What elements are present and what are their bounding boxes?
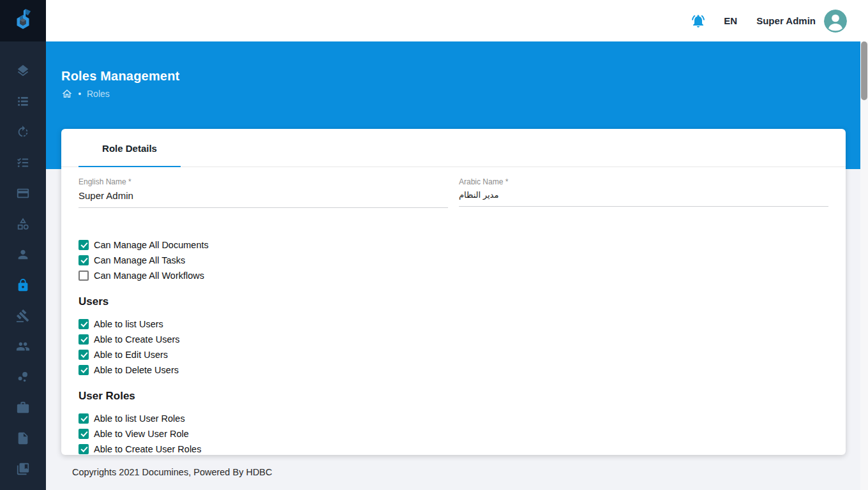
scrollbar-track[interactable] bbox=[860, 41, 868, 490]
sidebar-item-bookmarks[interactable] bbox=[0, 454, 46, 484]
copyright-text: Copyrights 2021 Documines, Powered By HD… bbox=[72, 467, 273, 477]
bookmark-icon bbox=[16, 462, 30, 476]
permission-row[interactable]: Can Manage All Workflows bbox=[79, 268, 828, 283]
avatar[interactable] bbox=[824, 10, 847, 33]
arabic-name-label: Arabic Name * bbox=[459, 177, 508, 186]
permission-row[interactable]: Able to Edit Users bbox=[79, 347, 828, 362]
checkbox-checked[interactable] bbox=[79, 365, 89, 375]
permission-row[interactable]: Able to list User Roles bbox=[79, 411, 828, 426]
permission-label: Can Manage All Tasks bbox=[94, 255, 185, 265]
sidebar bbox=[0, 0, 46, 490]
arabic-name-field: Arabic Name * bbox=[459, 175, 828, 208]
permission-sections: UsersAble to list UsersAble to Create Us… bbox=[79, 295, 828, 455]
language-selector[interactable]: EN bbox=[724, 15, 737, 26]
file-icon bbox=[16, 431, 30, 445]
lock-icon bbox=[16, 278, 30, 292]
main-content: Roles Management Roles Role Details Engl… bbox=[46, 41, 860, 490]
sidebar-item-documents[interactable] bbox=[0, 423, 46, 454]
checkbox-checked[interactable] bbox=[79, 240, 89, 250]
english-name-field: English Name * bbox=[79, 175, 448, 208]
permission-label: Able to Delete Users bbox=[94, 365, 179, 375]
sidebar-item-groups[interactable] bbox=[0, 331, 46, 362]
notifications-bell-icon bbox=[691, 13, 706, 29]
checkbox-unchecked[interactable] bbox=[79, 271, 89, 281]
app-logo[interactable] bbox=[0, 0, 46, 41]
breadcrumb-separator bbox=[79, 93, 81, 95]
scrollbar-thumb[interactable] bbox=[861, 41, 867, 100]
active-tab-indicator bbox=[79, 166, 181, 167]
category-icon bbox=[16, 217, 30, 231]
section-title: Users bbox=[79, 295, 828, 308]
checkbox-checked[interactable] bbox=[79, 444, 89, 454]
permission-label: Able to list User Roles bbox=[94, 413, 185, 424]
checkbox-checked[interactable] bbox=[79, 413, 89, 424]
permission-label: Can Manage All Documents bbox=[94, 240, 209, 250]
user-name: Super Admin bbox=[756, 15, 816, 26]
tab-bar: Role Details bbox=[61, 129, 846, 167]
avatar-person-icon bbox=[824, 10, 847, 33]
permission-label: Able to list Users bbox=[94, 319, 163, 329]
sidebar-item-layers[interactable] bbox=[0, 56, 46, 86]
permission-label: Able to View User Role bbox=[94, 429, 189, 439]
checkbox-checked[interactable] bbox=[79, 334, 89, 345]
sidebar-item-refresh[interactable] bbox=[0, 117, 46, 147]
storage-icon bbox=[16, 94, 30, 108]
sidebar-item-roles[interactable] bbox=[0, 270, 46, 301]
sidebar-item-work[interactable] bbox=[0, 392, 46, 423]
checkbox-checked[interactable] bbox=[79, 350, 89, 360]
breadcrumb: Roles bbox=[61, 88, 110, 100]
breadcrumb-item-roles[interactable]: Roles bbox=[87, 89, 110, 99]
payment-icon bbox=[16, 186, 30, 200]
role-details-card: Role Details English Name * Arabic Name … bbox=[61, 129, 846, 455]
topbar: EN Super Admin bbox=[46, 0, 868, 41]
permission-row[interactable]: Able to Create Users bbox=[79, 332, 828, 347]
documines-logo-icon bbox=[11, 8, 35, 34]
sidebar-item-user[interactable] bbox=[0, 239, 46, 270]
permissions-area: Can Manage All DocumentsCan Manage All T… bbox=[61, 237, 846, 455]
section-permission-list: Able to list User RolesAble to View User… bbox=[79, 411, 828, 455]
permission-row[interactable]: Able to Delete Users bbox=[79, 362, 828, 378]
notifications-button[interactable] bbox=[691, 13, 706, 29]
bubble-chart-icon bbox=[16, 370, 30, 384]
permission-label: Able to Create Users bbox=[94, 334, 180, 345]
sidebar-item-cards[interactable] bbox=[0, 178, 46, 209]
sidebar-item-checklist[interactable] bbox=[0, 147, 46, 178]
permission-row[interactable]: Can Manage All Tasks bbox=[79, 253, 828, 268]
permission-row[interactable]: Can Manage All Documents bbox=[79, 237, 828, 253]
checklist-icon bbox=[16, 156, 30, 170]
page-title: Roles Management bbox=[61, 69, 179, 84]
briefcase-icon bbox=[16, 401, 30, 415]
sidebar-item-categories[interactable] bbox=[0, 209, 46, 239]
permission-row[interactable]: Able to list Users bbox=[79, 316, 828, 332]
checkbox-checked[interactable] bbox=[79, 255, 89, 265]
person-icon bbox=[16, 248, 30, 262]
english-name-input[interactable] bbox=[79, 187, 448, 208]
app-window: EN Super Admin Roles Management Roles Ro… bbox=[0, 0, 868, 490]
gavel-icon bbox=[16, 309, 30, 323]
layers-icon bbox=[16, 64, 30, 78]
sidebar-item-gavel[interactable] bbox=[0, 301, 46, 331]
checkbox-checked[interactable] bbox=[79, 429, 89, 439]
arabic-name-input[interactable] bbox=[459, 187, 828, 207]
home-icon[interactable] bbox=[61, 88, 73, 100]
name-fields-row: English Name * Arabic Name * bbox=[61, 175, 846, 208]
sidebar-item-bubbles[interactable] bbox=[0, 362, 46, 392]
general-permissions: Can Manage All DocumentsCan Manage All T… bbox=[79, 237, 828, 283]
permission-label: Able to Create User Roles bbox=[94, 444, 201, 454]
checkbox-checked[interactable] bbox=[79, 319, 89, 329]
sidebar-nav bbox=[0, 41, 46, 484]
section-permission-list: Able to list UsersAble to Create UsersAb… bbox=[79, 316, 828, 378]
permission-label: Can Manage All Workflows bbox=[94, 271, 204, 281]
section-title: User Roles bbox=[79, 390, 828, 403]
permission-label: Able to Edit Users bbox=[94, 350, 168, 360]
sidebar-item-records[interactable] bbox=[0, 86, 46, 117]
rotate-icon bbox=[16, 125, 30, 139]
permission-row[interactable]: Able to View User Role bbox=[79, 426, 828, 442]
tab-role-details[interactable]: Role Details bbox=[79, 129, 181, 167]
english-name-label: English Name * bbox=[79, 177, 131, 186]
permission-row[interactable]: Able to Create User Roles bbox=[79, 442, 828, 455]
group-icon bbox=[16, 339, 30, 353]
